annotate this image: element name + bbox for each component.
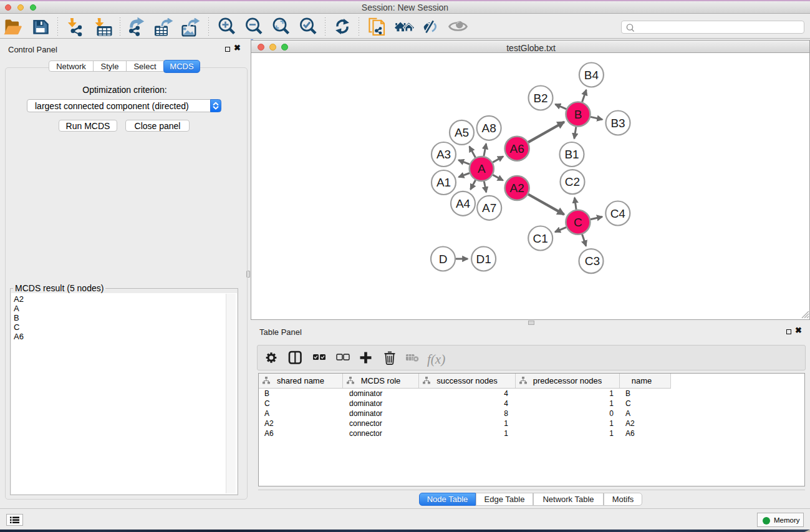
svg-text:B2: B2: [533, 92, 547, 105]
svg-text:A6: A6: [509, 142, 524, 155]
svg-text:A7: A7: [482, 201, 496, 215]
svg-text:B1: B1: [564, 148, 579, 161]
svg-text:B3: B3: [610, 117, 625, 130]
svg-text:A5: A5: [455, 126, 469, 139]
svg-text:A1: A1: [436, 176, 451, 189]
svg-text:C: C: [574, 216, 582, 229]
svg-text:C2: C2: [565, 175, 580, 188]
svg-text:D: D: [439, 253, 448, 266]
svg-text:A2: A2: [509, 181, 524, 195]
svg-text:C3: C3: [585, 254, 600, 268]
svg-text:D1: D1: [476, 253, 491, 266]
svg-text:A4: A4: [456, 197, 471, 210]
svg-text:f(x): f(x): [427, 352, 445, 367]
svg-text:A3: A3: [436, 148, 451, 161]
svg-text:C4: C4: [610, 207, 626, 220]
svg-text:C1: C1: [533, 232, 548, 245]
svg-text:B4: B4: [584, 69, 599, 82]
svg-text:B: B: [574, 108, 582, 121]
svg-text:A8: A8: [481, 122, 496, 135]
svg-text:A: A: [478, 162, 486, 175]
